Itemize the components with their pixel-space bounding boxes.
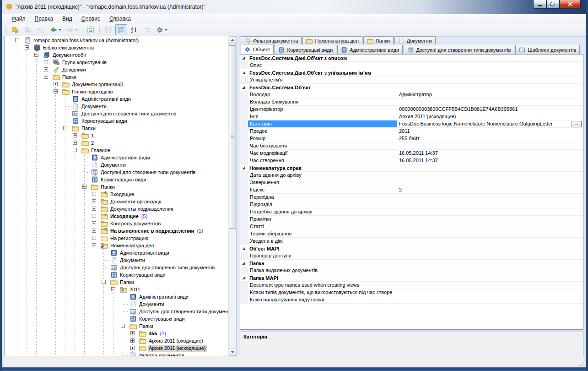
property-name[interactable]: Ідентифікатор	[248, 106, 397, 113]
expand-toggle[interactable]	[44, 67, 48, 71]
expand-toggle[interactable]	[130, 338, 135, 343]
property-row[interactable]: Підрозділ	[240, 201, 583, 208]
sort-az-button[interactable]: AZ	[128, 24, 140, 35]
expand-toggle[interactable]	[92, 214, 96, 218]
resize-grip[interactable]	[577, 360, 583, 366]
tab-користувацькі-види[interactable]: Користувацькі види	[275, 45, 336, 54]
tab-документи[interactable]: Документи	[394, 36, 436, 44]
property-name[interactable]: Розмір	[248, 135, 397, 142]
collapse-triangle-icon[interactable]	[242, 262, 245, 265]
property-row[interactable]: Розмір255 байт	[240, 135, 583, 142]
property-name[interactable]: Папка видалених документів	[248, 267, 397, 274]
property-name[interactable]: Час блокування	[248, 142, 397, 149]
property-value[interactable]: Адміністратор	[397, 91, 583, 98]
property-row[interactable]: Папка видалених документів	[240, 267, 583, 274]
tree-item[interactable]: Доступні для створення типи документів	[5, 308, 229, 315]
tree-item[interactable]: На выполнение в подразделении(1)	[5, 227, 229, 235]
expand-toggle[interactable]	[73, 133, 77, 137]
tree-item[interactable]: Папки підрозділів	[5, 88, 229, 95]
expand-toggle[interactable]	[92, 221, 96, 225]
tree-scrollbar[interactable]	[228, 36, 237, 356]
property-name[interactable]: Класи типів документів, що використовуют…	[248, 289, 397, 296]
collapse-toggle[interactable]	[92, 243, 96, 247]
property-row[interactable]: Уведена в дію	[240, 238, 583, 245]
restore-button[interactable]	[546, 0, 560, 9]
property-value[interactable]: Архив 2011 (исходящие)	[397, 113, 583, 120]
property-name[interactable]: Прапорці доступу	[248, 252, 397, 259]
collapse-toggle[interactable]	[73, 148, 77, 152]
tree-item[interactable]: Доступні для створення типи документів	[5, 110, 229, 117]
property-row[interactable]: ВолодарАдміністратор	[240, 91, 583, 98]
forward-button[interactable]	[64, 24, 80, 35]
tree-item[interactable]: 455(2)	[5, 330, 229, 337]
property-name[interactable]: Індекс	[248, 186, 397, 193]
property-name[interactable]: Ключ налаштування виду папки	[248, 296, 397, 303]
tree-item[interactable]: Папки	[5, 322, 229, 330]
property-name[interactable]: Дата здання до архіву	[248, 172, 397, 179]
expand-toggle[interactable]	[92, 236, 96, 240]
property-group-row[interactable]: FossDoc.Система.Дані.Об'єкт з унікальним…	[240, 69, 583, 76]
tree-item[interactable]: 1	[5, 132, 229, 139]
property-value[interactable]: 255 байт	[397, 135, 583, 142]
property-row[interactable]: Прапорці доступу	[240, 252, 583, 260]
property-row[interactable]: Статті	[240, 223, 583, 230]
property-name[interactable]: Document type names used when creating v…	[248, 282, 397, 289]
property-name[interactable]: Перехідна	[248, 194, 397, 201]
tree-item[interactable]: Адміністративні види	[5, 154, 229, 161]
property-row[interactable]: Ім'яАрхив 2011 (исходящие)	[240, 113, 583, 120]
toolbar-grip[interactable]	[5, 26, 7, 34]
property-row[interactable]: Потребує здання до архіву	[240, 208, 583, 216]
scroll-down-button[interactable]	[229, 349, 236, 356]
property-name[interactable]: Володар	[248, 91, 397, 98]
expand-toggle[interactable]	[92, 229, 96, 233]
property-row[interactable]: Дата здання до архіву	[240, 172, 583, 179]
property-row[interactable]: Перехідна	[240, 194, 583, 201]
expand-toggle[interactable]	[54, 82, 58, 86]
tree-item[interactable]: Користувацькі види	[5, 315, 229, 322]
property-name[interactable]: Час створення	[248, 157, 397, 164]
tree-item[interactable]: Документи	[5, 300, 229, 308]
tab-шаблони-документів[interactable]: Шаблони документів	[515, 45, 580, 54]
tree-item[interactable]: Документи	[5, 103, 229, 110]
menu-item[interactable]: Справка	[105, 15, 135, 23]
tree-item[interactable]: Документи	[5, 161, 229, 169]
tree-item[interactable]: Доступні для створення типи документів	[5, 169, 229, 176]
property-row[interactable]: Індекс2	[240, 186, 583, 194]
tree-item[interactable]: Папки	[5, 73, 229, 81]
property-name[interactable]: Уведена в дію	[248, 238, 397, 245]
tree-item[interactable]: 2	[5, 139, 229, 147]
property-value[interactable]: 00000000903830CCFF5B4CD1B081E74A6B395861	[397, 106, 583, 113]
tree-item[interactable]: Документи	[5, 256, 229, 264]
menu-item[interactable]: Сервис	[77, 15, 105, 23]
tree-item[interactable]: Контроль документов	[5, 220, 229, 227]
tab-доступні-для-створення-типи-документів[interactable]: Доступні для створення типи документів	[404, 45, 514, 54]
tree-item[interactable]: Адміністративні види	[5, 293, 229, 300]
tree-item[interactable]: Фільтри документів	[5, 352, 229, 356]
tree-item[interactable]: Документи організації	[5, 198, 229, 205]
collapse-toggle[interactable]	[102, 280, 106, 284]
expand-toggle[interactable]	[92, 192, 96, 196]
property-row[interactable]: Термін зберігання	[240, 230, 583, 238]
settings-button[interactable]	[154, 24, 169, 35]
collapse-toggle[interactable]	[121, 324, 125, 328]
tree-item[interactable]: На регистрацию	[5, 235, 229, 242]
property-group-row[interactable]: Об'єкт MAPI	[240, 245, 583, 252]
property-value[interactable]: 16.05.2011 14:37	[397, 150, 583, 157]
property-group-row[interactable]: Папка	[240, 260, 583, 267]
tree-item[interactable]: Документи організації	[5, 81, 229, 88]
tree-item[interactable]: Користувацькі види	[5, 271, 229, 278]
tree-item[interactable]: Входящие	[5, 191, 229, 198]
property-row[interactable]: Примітки	[240, 216, 583, 223]
tree-item[interactable]: Документы подразделения	[5, 205, 229, 213]
property-value[interactable]: FossDoc.Business logic.Nomenclature.Nome…	[397, 120, 583, 127]
tab-объект[interactable]: Объект	[241, 44, 274, 54]
property-row[interactable]: Класи типів документів, що використовуют…	[240, 289, 583, 296]
tree-item[interactable]: Адміністративні види	[5, 249, 229, 256]
tree-item[interactable]: Бібліотеки документів	[5, 44, 229, 51]
close-button[interactable]	[560, 0, 581, 9]
property-row[interactable]: Завершення	[240, 179, 583, 186]
property-group-row[interactable]: FossDoc.Система.Дані.Об'єкт з описом	[240, 55, 583, 62]
property-row[interactable]: Час модифікації16.05.2011 14:37	[240, 150, 583, 157]
undo-button[interactable]	[141, 24, 153, 35]
tree-item[interactable]: romapc.domain.foss.kharkov.ua (Administr…	[5, 37, 229, 44]
